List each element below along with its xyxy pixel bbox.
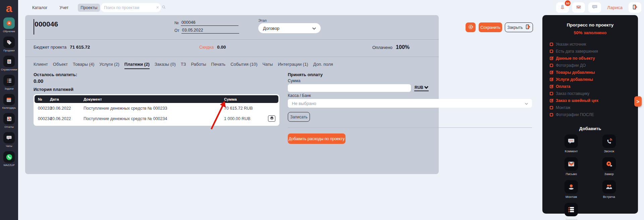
checkbox-icon [550,92,553,95]
progress-item-Заказ в швейный цех[interactable]: Заказ в швейный цех [550,97,638,104]
top-nav: КаталогУчетПроекты [30,4,100,12]
app-logo[interactable]: a [0,1,18,15]
column-header: Дата [50,97,81,101]
budget-value: 71 615.72 [70,45,90,50]
close-button[interactable]: Закрыть [505,22,533,32]
add-action-Письмо[interactable]: Письмо [565,157,578,176]
add-action-label: Монтаж [566,195,577,199]
tab-События (10)[interactable]: События (10) [230,62,257,69]
progress-item-Монтаж[interactable]: Монтаж [550,104,638,111]
tab-Доп. поля[interactable]: Доп. поля [313,62,333,69]
add-action-label: Коммент [565,149,578,153]
account-label: Касса / Банк [288,93,532,98]
date-label: От [174,28,179,34]
sidebar-item-Чаты[interactable]: Чаты [3,132,15,148]
paid-value: 100% [396,44,410,50]
progress-checklist: Указан источникЕсть дата завершенияДанны… [550,41,638,118]
sidebar-item-Продажи[interactable]: Продажи [3,37,15,52]
add-action-Замер[interactable]: Замер [602,157,616,176]
submit-payment-button[interactable]: Записать [288,112,310,122]
logout-button[interactable] [629,2,641,13]
tab-Товары (4)[interactable]: Товары (4) [73,62,94,69]
budget-label: Бюджет проекта [34,45,66,50]
discount-label[interactable]: Скидка [199,45,214,50]
tab-ТЗ[interactable]: ТЗ [181,62,186,69]
divider [288,127,532,128]
print-receipt-button[interactable] [268,115,275,122]
notification-badge: 50 [565,0,571,6]
mail-button[interactable] [572,2,585,13]
sidebar-item-Справочники[interactable]: Справочники [1,56,17,71]
chevron-down-icon [312,25,316,31]
tab-Работы[interactable]: Работы [191,62,206,69]
tag-icon [3,37,15,48]
project-date-field: От 03.05.2022 [174,28,239,34]
tab-Печать[interactable]: Печать [211,62,226,69]
number-input[interactable]: 000046 [181,20,238,26]
add-action-Встреча[interactable]: Встреча [602,180,616,199]
search-input[interactable] [104,5,156,10]
progress-item-Фотографии ДО[interactable]: Фотографии ДО [550,62,638,69]
account-select[interactable]: Не выбрано [288,99,532,108]
progress-item-Данные по объекту[interactable]: Данные по объекту [550,55,638,62]
add-action-Коммент[interactable]: Коммент [565,134,578,153]
settings-button[interactable] [466,22,476,32]
payment-sum: 1 000.00 RUB [224,116,265,121]
tab-Заказы (0)[interactable]: Заказы (0) [155,62,176,69]
payment-date: 20.06.2022 [50,116,81,121]
project-title[interactable]: 000046 [35,20,58,28]
envelope-icon [576,4,582,11]
progress-item-Фотографии ПОСЛЕ[interactable]: Фотографии ПОСЛЕ [550,111,638,118]
add-action-Заметка[interactable]: Заметка [565,203,578,220]
tab-Объект[interactable]: Объект [53,62,68,69]
amount-input[interactable] [288,84,411,92]
save-button[interactable]: Сохранить [479,22,502,32]
currency-select[interactable]: RUB [414,85,429,91]
table-row[interactable]: 00023320.06.2022Поступление денежных сре… [35,103,278,113]
bell-icon [559,4,566,11]
sidebar-item-Отчеты[interactable]: Отчеты [3,113,15,128]
checkbox-icon [550,113,553,116]
clear-search-icon[interactable]: ✕ [156,5,159,10]
progress-item-Товары добавлены[interactable]: Товары добавлены [550,69,638,76]
project-search[interactable]: ✕ [101,3,161,12]
sidebar-item-Задачи[interactable]: Задачи [3,75,15,90]
tab-Чаты[interactable]: Чаты [263,62,273,69]
table-row[interactable]: 00023420.06.2022Поступление денежных сре… [35,113,278,124]
measure-icon [602,157,616,171]
sidebar-item-Обучение[interactable]: Обучение [3,17,15,33]
stage-select[interactable]: Договор [258,23,321,33]
stage-value: Договор [263,26,312,31]
progress-item-Указан источник[interactable]: Указан источник [550,41,638,48]
add-actions-title: Добавить [542,126,638,131]
search-icon[interactable] [162,5,166,11]
notifications-button[interactable]: 50 [556,2,569,13]
number-label: № [174,20,179,26]
topnav-item-Проекты[interactable]: Проекты [78,4,100,12]
collapse-panel-button[interactable]: > [634,96,642,107]
current-user[interactable]: Лариса [607,5,623,10]
app-window: a ОбучениеПродажиСправочникиЗадачиКаленд… [0,0,644,220]
progress-item-Оплата[interactable]: Оплата [550,83,638,90]
progress-item-label: Есть дата завершения [556,49,598,54]
tab-Услуги (2)[interactable]: Услуги (2) [99,62,119,69]
payment-date: 20.06.2022 [50,106,81,111]
add-action-Монтаж[interactable]: Монтаж [565,180,578,199]
add-action-Звонок[interactable]: Звонок [602,134,616,153]
topnav-item-Каталог[interactable]: Каталог [30,4,50,12]
printer-icon [270,116,274,121]
add-expenses-button[interactable]: Добавить расходы по проекту [288,133,345,144]
progress-item-Есть дата завершения[interactable]: Есть дата завершения [550,48,638,55]
topnav-item-Учет[interactable]: Учет [57,4,71,12]
messages-button[interactable] [588,2,601,13]
date-input[interactable]: 03.05.2022 [181,28,239,34]
sidebar-item-Календарь[interactable]: Календарь [2,94,16,109]
tab-Платежи (2)[interactable]: Платежи (2) [124,62,150,69]
sidebar-item-label: Продажи [3,49,14,52]
tab-Интеграции (1)[interactable]: Интеграции (1) [278,62,308,69]
payment-number: 000234 [35,116,50,121]
progress-item-Заказ поставщику[interactable]: Заказ поставщику [550,90,638,97]
progress-item-Услуги добавлены[interactable]: Услуги добавлены [550,76,638,83]
tab-Клиент[interactable]: Клиент [34,62,48,69]
sidebar-item-WAZZUP[interactable]: WAZZUP [3,151,15,167]
